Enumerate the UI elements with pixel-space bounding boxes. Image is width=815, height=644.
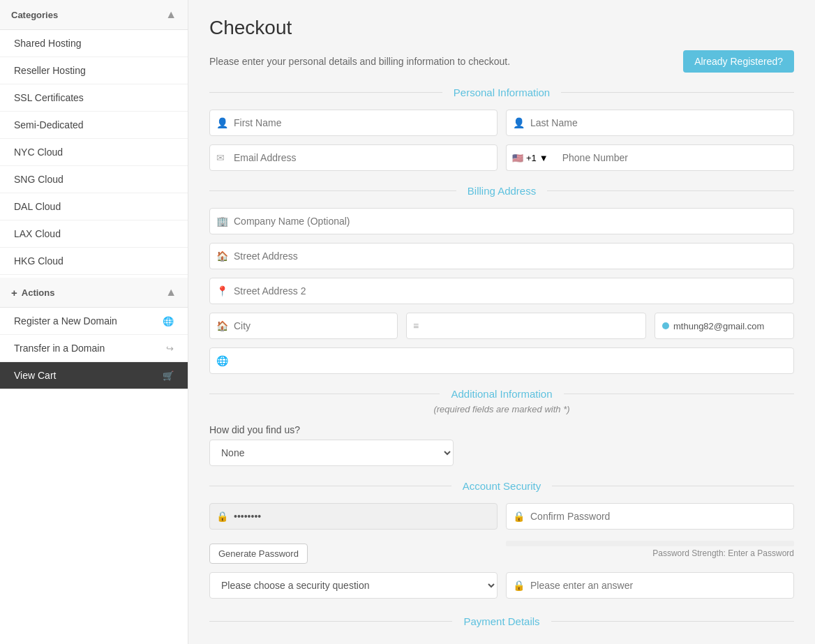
account-security-label: Account Security bbox=[451, 480, 553, 492]
sidebar-item-label: LAX Cloud bbox=[14, 228, 61, 239]
street2-input[interactable] bbox=[209, 278, 794, 304]
actions-toggle-icon: ▲ bbox=[165, 286, 177, 299]
sidebar-item-reseller-hosting[interactable]: Reseller Hosting bbox=[0, 57, 188, 84]
company-input[interactable] bbox=[209, 208, 794, 234]
street1-group: 🏠 bbox=[209, 243, 794, 269]
contact-row: ✉ 🇺🇸 +1 ▼ bbox=[209, 144, 794, 171]
street2-row: 📍 bbox=[209, 278, 794, 304]
security-question-row: Please choose a security question 🔒 bbox=[209, 572, 794, 599]
categories-toggle-icon: ▲ bbox=[165, 8, 177, 21]
last-name-input[interactable] bbox=[506, 110, 794, 136]
view-cart-label: View Cart bbox=[14, 370, 56, 381]
city-input[interactable] bbox=[209, 313, 398, 339]
subtitle-row: Please enter your personal details and b… bbox=[209, 50, 794, 73]
sidebar-item-register-domain[interactable]: Register a New Domain 🌐 bbox=[0, 308, 188, 335]
phone-input[interactable] bbox=[554, 144, 794, 171]
additional-info-divider: Additional Information bbox=[209, 388, 794, 400]
cart-icon: 🛒 bbox=[163, 370, 174, 381]
sidebar-item-label: Semi-Dedicated bbox=[14, 119, 84, 130]
confirm-password-group: 🔒 bbox=[506, 503, 794, 530]
sidebar-item-hkg-cloud[interactable]: HKG Cloud bbox=[0, 248, 188, 275]
flag-emoji: 🇺🇸 bbox=[512, 153, 523, 163]
street1-input[interactable] bbox=[209, 243, 794, 269]
sidebar-item-label: SNG Cloud bbox=[14, 174, 63, 185]
security-answer-input[interactable] bbox=[506, 572, 794, 599]
page-subtitle: Please enter your personal details and b… bbox=[209, 56, 510, 67]
name-row: 👤 👤 bbox=[209, 110, 794, 136]
email-badge-dot bbox=[662, 322, 669, 329]
first-name-group: 👤 bbox=[209, 110, 498, 136]
country-group: 🌐 United States bbox=[209, 347, 794, 374]
sidebar: Categories ▲ Shared Hosting Reseller Hos… bbox=[0, 0, 188, 644]
payment-details-label: Payment Details bbox=[452, 615, 551, 627]
account-security-divider: Account Security bbox=[209, 480, 794, 492]
sidebar-item-view-cart[interactable]: View Cart 🛒 bbox=[0, 362, 188, 389]
security-question-group: Please choose a security question bbox=[209, 572, 498, 599]
sidebar-item-shared-hosting[interactable]: Shared Hosting bbox=[0, 30, 188, 57]
email-badge-text: mthung82@gmail.com bbox=[673, 321, 764, 331]
last-name-group: 👤 bbox=[506, 110, 794, 136]
city-group: 🏠 bbox=[209, 313, 398, 339]
required-note: (required fields are marked with *) bbox=[209, 404, 794, 414]
company-row: 🏢 bbox=[209, 208, 794, 234]
sidebar-item-label: Shared Hosting bbox=[14, 38, 82, 49]
company-group: 🏢 bbox=[209, 208, 794, 234]
sidebar-item-label: Transfer in a Domain bbox=[14, 343, 105, 354]
sidebar-item-nyc-cloud[interactable]: NYC Cloud bbox=[0, 139, 188, 166]
page-title: Checkout bbox=[209, 17, 794, 39]
sidebar-item-label: NYC Cloud bbox=[14, 147, 63, 158]
main-content: Checkout Please enter your personal deta… bbox=[188, 0, 815, 644]
password-strength-text: Password Strength: Enter a Password bbox=[506, 548, 794, 558]
phone-flag-button[interactable]: 🇺🇸 +1 ▼ bbox=[506, 144, 554, 171]
country-input[interactable]: United States bbox=[209, 347, 794, 374]
categories-header[interactable]: Categories ▲ bbox=[0, 0, 188, 30]
dropdown-arrow-icon: ▼ bbox=[539, 153, 548, 163]
how-label: How did you find us? bbox=[209, 424, 794, 435]
sidebar-item-lax-cloud[interactable]: LAX Cloud bbox=[0, 220, 188, 248]
phone-group: 🇺🇸 +1 ▼ bbox=[506, 144, 794, 171]
email-input[interactable] bbox=[209, 144, 498, 171]
globe-icon: 🌐 bbox=[163, 316, 174, 327]
billing-address-divider: Billing Address bbox=[209, 185, 794, 197]
email-group: ✉ bbox=[209, 144, 498, 171]
sidebar-item-ssl-certificates[interactable]: SSL Certificates bbox=[0, 84, 188, 112]
sidebar-item-dal-cloud[interactable]: DAL Cloud bbox=[0, 193, 188, 220]
sidebar-item-sng-cloud[interactable]: SNG Cloud bbox=[0, 166, 188, 193]
country-row: 🌐 United States bbox=[209, 347, 794, 374]
additional-info-label: Additional Information bbox=[440, 388, 563, 400]
password-tools-row: Generate Password Password Strength: Ent… bbox=[209, 538, 794, 564]
how-select[interactable]: None Google Referral Social Media Other bbox=[209, 440, 454, 466]
state-input[interactable]: — bbox=[406, 313, 646, 339]
categories-label: Categories bbox=[11, 10, 58, 20]
sidebar-item-label: SSL Certificates bbox=[14, 92, 84, 103]
street2-group: 📍 bbox=[209, 278, 794, 304]
transfer-icon: ↪ bbox=[166, 343, 174, 354]
sidebar-item-label: HKG Cloud bbox=[14, 255, 63, 267]
phone-code: +1 bbox=[526, 153, 537, 163]
sidebar-item-transfer-domain[interactable]: Transfer in a Domain ↪ bbox=[0, 335, 188, 362]
sidebar-item-label: DAL Cloud bbox=[14, 201, 61, 212]
personal-info-label: Personal Information bbox=[442, 87, 561, 98]
password-strength-bar bbox=[506, 541, 794, 546]
plus-icon: + bbox=[11, 287, 17, 299]
password-input[interactable] bbox=[209, 503, 498, 530]
already-registered-button[interactable]: Already Registered? bbox=[683, 50, 794, 73]
security-question-select[interactable]: Please choose a security question bbox=[209, 572, 498, 599]
how-row: How did you find us? None Google Referra… bbox=[209, 424, 794, 466]
sidebar-item-semi-dedicated[interactable]: Semi-Dedicated bbox=[0, 112, 188, 139]
generate-password-button[interactable]: Generate Password bbox=[209, 544, 308, 564]
actions-label: Actions bbox=[22, 287, 55, 298]
sidebar-item-label: Reseller Hosting bbox=[14, 65, 86, 76]
password-group: 🔒 bbox=[209, 503, 498, 530]
state-group: ≡ — bbox=[406, 313, 646, 339]
city-state-row: 🏠 ≡ — mthung82@gmail.com bbox=[209, 313, 794, 339]
payment-details-divider: Payment Details bbox=[209, 615, 794, 627]
street1-row: 🏠 bbox=[209, 243, 794, 269]
sidebar-item-label: Register a New Domain bbox=[14, 315, 117, 327]
password-row: 🔒 🔒 bbox=[209, 503, 794, 530]
confirm-password-input[interactable] bbox=[506, 503, 794, 530]
security-answer-group: 🔒 bbox=[506, 572, 794, 599]
actions-header[interactable]: + Actions ▲ bbox=[0, 278, 188, 308]
email-badge-group: mthung82@gmail.com bbox=[655, 313, 794, 339]
first-name-input[interactable] bbox=[209, 110, 498, 136]
